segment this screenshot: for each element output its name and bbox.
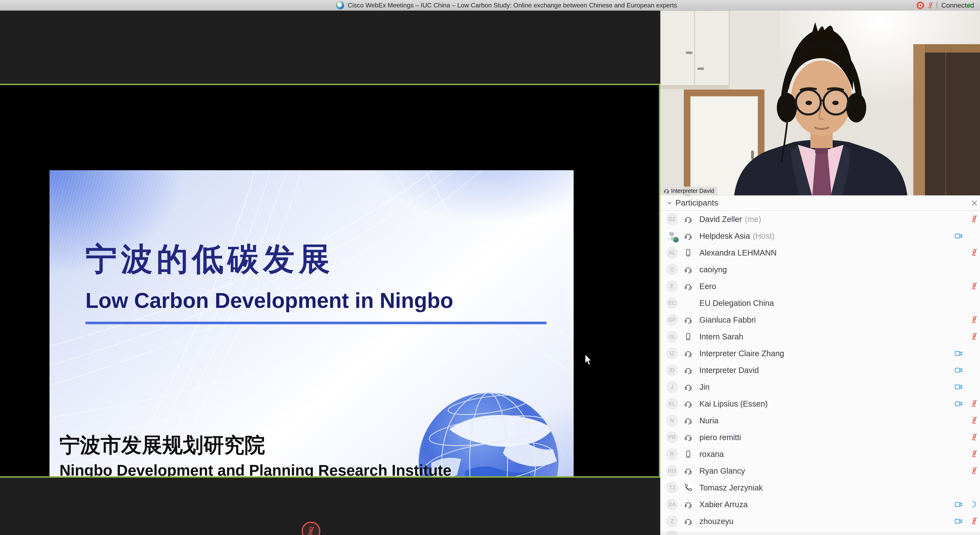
participant-name: Interpreter Claire Zhang: [699, 345, 784, 362]
participant-name: piero remitti: [699, 429, 741, 446]
muted-mic-icon[interactable]: [970, 214, 979, 224]
muted-mic-icon: [970, 516, 979, 525]
participant-row[interactable]: RGRyan Glancy: [660, 463, 980, 479]
participant-row[interactable]: ALAlexandra LEHMANN: [660, 244, 980, 261]
video-on-icon: [954, 366, 963, 375]
muted-mic-icon[interactable]: [970, 315, 979, 324]
slide-title-underline: [86, 322, 546, 324]
participant-row[interactable]: GFGianluca Fabbri: [660, 311, 980, 328]
headset-icon: [684, 399, 693, 408]
titlebar-divider: [937, 2, 937, 8]
participant-name: Jin: [699, 378, 710, 395]
participant-row[interactable]: Helpdesk Asia(Host): [660, 228, 980, 244]
participant-name: Intern Sarah: [699, 328, 743, 345]
participant-row[interactable]: IZInterpreter Claire Zhang: [660, 345, 980, 362]
muted-mic-icon[interactable]: [970, 281, 979, 291]
video-on-icon: [954, 366, 963, 375]
audio-arc-icon: [970, 500, 978, 509]
device-headset-icon: [684, 517, 693, 525]
participant-avatar: Z: [666, 515, 678, 527]
participant-row[interactable]: Zzhouzeyu: [660, 513, 980, 530]
participant-row[interactable]: NNuria: [660, 412, 980, 429]
share-area-top-strip: [0, 11, 660, 84]
telephone-icon: [684, 483, 693, 492]
headset-icon: [684, 265, 693, 274]
webex-meeting-window: Cisco WebEx Meetings – IUC China – Low C…: [0, 0, 980, 535]
muted-mic-icon: [970, 449, 979, 458]
participants-header: Participants: [660, 195, 980, 210]
video-on-icon: [954, 232, 963, 240]
participant-row[interactable]: Ccaoiyng: [660, 261, 980, 278]
participant-name: zhouzeyu: [699, 513, 733, 530]
participant-row[interactable]: ECEU Delegation China: [660, 295, 980, 311]
device-phone-icon: [684, 483, 693, 492]
slide-org-english: Ningbo Development and Planning Research…: [59, 462, 452, 479]
device-headset-icon: [684, 466, 693, 475]
participant-name: Xabier Arruza: [699, 496, 748, 513]
participant-name: Tomasz Jerzyniak: [699, 479, 763, 496]
participant-row[interactable]: EEero: [660, 278, 980, 295]
participant-avatar: ID: [666, 364, 678, 376]
slide-title-chinese: 宁波的低碳发展: [86, 243, 334, 276]
share-area-bottom-strip: [0, 478, 660, 535]
recording-indicator-icon: [916, 1, 924, 10]
muted-mic-icon[interactable]: [970, 433, 979, 442]
participant-avatar: N: [666, 415, 678, 426]
device-headset-icon: [684, 232, 693, 240]
participant-avatar: PR: [666, 431, 678, 443]
participant-avatar: IZ: [666, 347, 678, 359]
device-mobile-icon: [684, 248, 693, 257]
participant-name: Helpdesk Asia(Host): [699, 228, 775, 244]
headset-icon: [684, 517, 693, 525]
window-titlebar: Cisco WebEx Meetings – IUC China – Low C…: [0, 0, 980, 11]
participant-row[interactable]: XAXabier Arruza: [660, 496, 980, 513]
device-headset-icon: [684, 500, 693, 509]
participant-row[interactable]: JJin: [660, 378, 980, 395]
participant-name: Ryan Glancy: [699, 463, 745, 479]
muted-mic-icon[interactable]: [970, 466, 979, 475]
headset-icon: [684, 366, 693, 375]
video-on-icon: [954, 517, 963, 525]
participant-row[interactable]: DZDavid Zeller(me): [660, 211, 980, 228]
chevron-down-icon[interactable]: [666, 200, 673, 206]
participant-avatar: RG: [666, 465, 678, 477]
participant-row[interactable]: PRpiero remitti: [660, 429, 980, 446]
headset-icon: [684, 500, 693, 509]
close-icon[interactable]: [971, 200, 978, 206]
video-on-icon: [954, 517, 963, 525]
video-on-icon: [954, 500, 963, 509]
muted-mic-icon[interactable]: [970, 449, 979, 458]
participant-row-partial: [660, 532, 980, 535]
participant-row[interactable]: KLKai Lipsius (Essen): [660, 395, 980, 412]
muted-mic-icon[interactable]: [970, 516, 979, 525]
participant-row[interactable]: TJTomasz Jerzyniak: [660, 479, 980, 496]
participant-avatar: J: [666, 381, 678, 393]
headset-icon: [684, 433, 693, 442]
participant-name: Interpreter David: [699, 362, 759, 378]
headset-icon: [684, 466, 693, 475]
participants-panel: Participants DZDavid Zeller(me)Helpdesk …: [660, 195, 980, 535]
shared-screen-region: 宁波的低碳发展 Low Carbon Development in Ningbo…: [0, 85, 660, 476]
participant-row[interactable]: IDInterpreter David: [660, 362, 980, 378]
participant-row[interactable]: Rroxana: [660, 446, 980, 463]
participant-avatar: DZ: [666, 213, 678, 225]
participant-role-suffix: (me): [745, 215, 761, 224]
muted-mic-icon[interactable]: [970, 416, 979, 425]
share-border-bottom: [0, 476, 660, 478]
muted-mic-icon[interactable]: [970, 248, 979, 257]
participant-name: David Zeller(me): [699, 211, 761, 228]
participant-row[interactable]: ISIntern Sarah: [660, 328, 980, 345]
participant-name: EU Delegation China: [699, 295, 774, 311]
mobile-phone-icon: [684, 248, 693, 257]
participant-avatar: EC: [666, 297, 678, 309]
device-headset-icon: [684, 416, 693, 425]
video-on-icon: [954, 383, 963, 391]
participant-role-suffix: (Host): [752, 232, 775, 240]
participant-avatar: R: [666, 448, 678, 460]
video-feed-interpreter-david[interactable]: Interpreter David: [660, 11, 980, 195]
muted-mic-icon[interactable]: [970, 332, 979, 341]
participant-name: caoiyng: [699, 261, 727, 278]
muted-mic-icon[interactable]: [970, 399, 979, 408]
device-headset-icon: [684, 366, 693, 375]
connected-dot-icon: [967, 3, 971, 8]
